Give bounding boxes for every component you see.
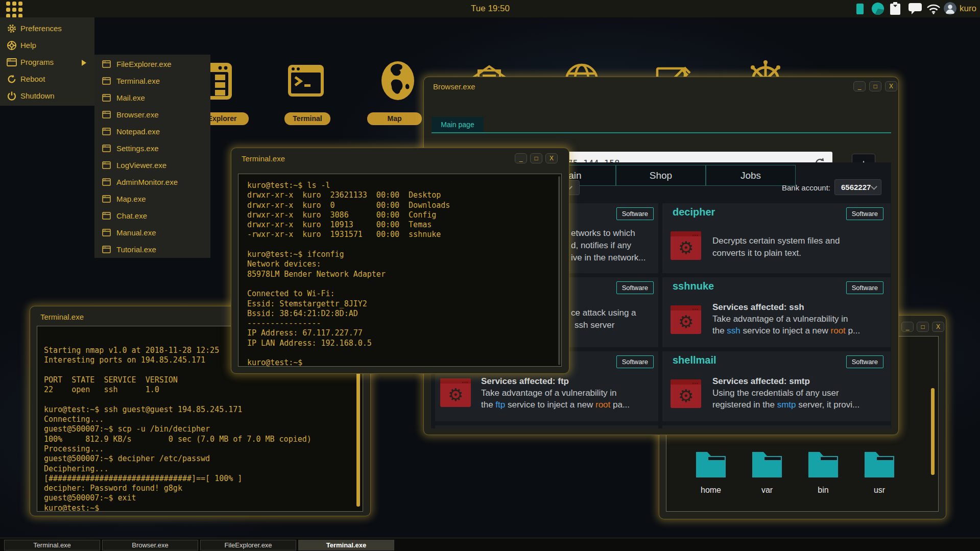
bank-account-select[interactable]: 6562227 [834,179,881,195]
submenu-item-label: Browser.exe [116,110,159,119]
taskbar: Terminal.exe Browser.exe FileExplorer.ex… [0,538,980,551]
page-tab-label: Shop [650,170,672,181]
terminal-scrollbar[interactable] [558,176,560,365]
menu-item-help[interactable]: Help [0,37,94,54]
folder-icon [807,448,839,477]
card-desc-line: the ftp service to inject a new root pa.… [481,400,630,410]
submenu-item-label: Tutorial.exe [116,245,156,254]
software-badge: Software [846,355,883,368]
close-button[interactable]: X [545,153,558,163]
tabbar-rule [432,132,891,133]
window-icon [102,111,111,118]
software-title: shellmail [673,354,716,366]
page-tab-jobs[interactable]: Jobs [706,165,796,186]
gear-icon: ⚙ [671,235,701,260]
menu-item-label: Shutdown [20,91,55,100]
card-desc-line: Take advantage of a vulnerability in [712,314,848,324]
folder-home[interactable] [695,448,727,477]
software-card-decipher[interactable]: decipher Software ••• ⚙ Decrypts certain… [662,203,891,273]
taskbar-item-terminal-2[interactable]: Terminal.exe [298,540,394,550]
submenu-item-mail[interactable]: Mail.exe [94,90,210,107]
submenu-item-terminal[interactable]: Terminal.exe [94,73,210,90]
page-tab-shop[interactable]: Shop [616,165,706,186]
card-desc-line: Decrypts certain system files and [712,236,840,246]
battery-icon [856,3,864,17]
clipboard-icon[interactable] [890,2,901,17]
taskbar-item-fileexplorer[interactable]: FileExplorer.exe [200,540,296,550]
window-icon [102,229,111,236]
software-card-partial [435,425,658,428]
card-desc-line: the ssh service to inject a new root p..… [712,326,860,336]
minimize-button[interactable]: _ [853,81,866,91]
submenu-item-settings[interactable]: Settings.exe [94,140,210,157]
programs-submenu: FileExplorer.exe Terminal.exe Mail.exe B… [94,55,210,258]
terminal-window-title: Terminal.exe [242,154,285,163]
menu-item-reboot[interactable]: Reboot [0,71,94,88]
card-bold-line: Services affected: smtp [712,376,810,387]
folder-label-var: var [745,486,789,495]
submenu-item-manual[interactable]: Manual.exe [94,225,210,242]
browser-tab-label: Main page [441,121,474,129]
desktop-icon-terminal[interactable] [288,64,324,97]
submenu-item-label: Chat.exe [116,211,147,220]
app-grid-icon[interactable] [6,2,22,18]
menu-item-preferences[interactable]: Preferences [0,20,94,37]
gear-icon: ⚙ [440,382,471,407]
taskbar-item-terminal-1[interactable]: Terminal.exe [4,540,100,550]
terminal-output-panel[interactable]: kuro@test:~$ ls -l drwxr-xr-x kuro 23621… [238,174,562,367]
window-icon [102,212,111,220]
taskbar-item-browser[interactable]: Browser.exe [102,540,198,550]
submenu-item-notepad[interactable]: Notepad.exe [94,124,210,140]
submenu-item-label: Map.exe [116,195,146,203]
close-button[interactable]: X [932,322,944,332]
menu-item-shutdown[interactable]: Shutdown [0,88,94,105]
folder-usr[interactable] [864,448,895,477]
avatar[interactable] [944,2,957,15]
submenu-item-chat[interactable]: Chat.exe [94,208,210,225]
power-icon [7,91,17,101]
terminal-icon [288,64,324,97]
gear-icon [7,23,17,34]
service-link[interactable]: ftp [495,400,505,410]
submenu-item-browser[interactable]: Browser.exe [94,107,210,124]
close-button[interactable]: X [885,81,897,91]
desktop-icon-map[interactable] [380,60,415,101]
wifi-icon[interactable] [926,4,941,16]
menu-item-programs[interactable]: Programs [0,54,94,71]
software-badge: Software [846,281,883,294]
folder-bin[interactable] [807,448,839,477]
software-title: decipher [673,206,715,218]
maximize-button[interactable]: □ [917,322,929,332]
window-icon [102,178,111,186]
card-bold-line: Services affected: ftp [481,376,569,387]
browser-tab-main-page[interactable]: Main page [432,117,484,132]
submenu-item-label: FileExplorer.exe [116,60,172,68]
folder-var[interactable] [751,448,783,477]
maximize-button[interactable]: □ [530,153,542,163]
card-desc-line: registered in the smtp server, it provi.… [712,400,859,410]
desktop-label-terminal[interactable]: Terminal [284,112,330,125]
card-desc-line: Take advantage of a vulnerability in [481,388,617,398]
service-link[interactable]: smtp [777,400,796,410]
card-text-fragment: d, notifies if any [571,241,631,251]
minimize-button[interactable]: _ [901,322,914,332]
service-link[interactable]: ssh [727,326,740,336]
submenu-item-tutorial[interactable]: Tutorial.exe [94,242,210,258]
chat-icon[interactable] [909,3,922,17]
software-card-sshnuke[interactable]: sshnuke Software ••• ⚙ Services affected… [662,277,891,347]
software-card-partial [662,425,891,428]
terminal-window-title: Terminal.exe [40,313,84,321]
desktop-label-map[interactable]: Map [367,112,422,125]
fileexplorer-scrollbar[interactable] [931,388,935,475]
submenu-item-map[interactable]: Map.exe [94,191,210,208]
card-text-fragment: ive in the network... [571,253,646,263]
username[interactable]: kuro [960,4,976,14]
software-card-shellmail[interactable]: shellmail Software ••• ⚙ Services affect… [662,351,891,421]
submenu-item-logviewer[interactable]: LogViewer.exe [94,157,210,174]
submenu-item-adminmonitor[interactable]: AdminMonitor.exe [94,174,210,191]
menu-item-label: Programs [20,58,54,66]
maximize-button[interactable]: □ [869,81,881,91]
folder-label-bin: bin [801,486,845,495]
minimize-button[interactable]: _ [515,153,527,163]
submenu-item-fileexplorer[interactable]: FileExplorer.exe [94,56,210,73]
